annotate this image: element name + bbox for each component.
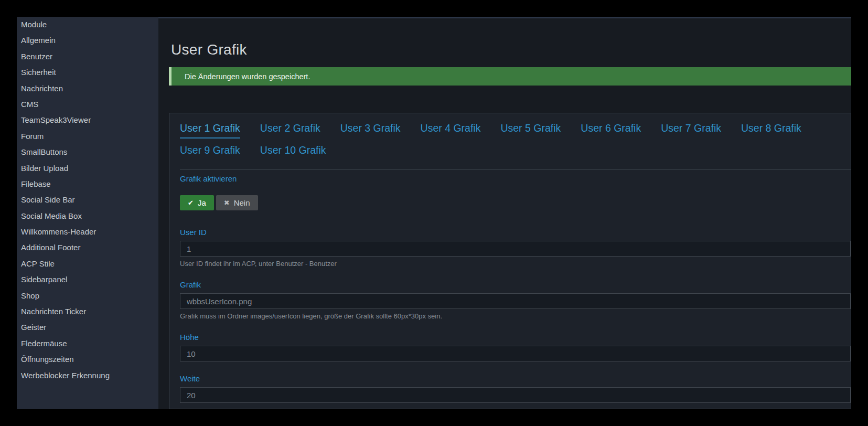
sidebar-item[interactable]: Sicherheit <box>17 65 158 80</box>
sidebar-item[interactable]: Social Side Bar <box>17 192 158 208</box>
sidebar: Module Allgemein Benutzer Sicherheit Nac… <box>17 17 158 409</box>
sidebar-item[interactable]: Shop <box>17 288 158 304</box>
sidebar-item[interactable]: Werbeblocker Erkennung <box>17 368 158 384</box>
tab-item[interactable]: User 8 Grafik <box>741 121 801 139</box>
tab-item[interactable]: User 3 Grafik <box>340 121 401 139</box>
tab-item[interactable]: User 5 Grafik <box>500 121 561 139</box>
sidebar-item[interactable]: TeamSpeak3Viewer <box>17 112 158 128</box>
toggle-button-row: ✔ Ja ✖ Nein <box>180 195 851 210</box>
sidebar-item[interactable]: ACP Stile <box>17 256 158 272</box>
weite-label: Weite <box>180 374 851 384</box>
sidebar-item[interactable]: Nachrichten Ticker <box>17 304 158 320</box>
ja-button[interactable]: ✔ Ja <box>180 195 214 210</box>
page-title: User Grafik <box>171 41 851 59</box>
grafik-aktivieren-label: Grafik aktivieren <box>180 174 851 184</box>
tab-item[interactable]: User 6 Grafik <box>581 121 641 139</box>
weite-group: Weite <box>180 374 851 403</box>
grafik-label: Grafik <box>180 280 851 290</box>
tab-menu: User 1 Grafik User 2 Grafik User 3 Grafi… <box>180 121 851 170</box>
hoehe-label: Höhe <box>180 333 851 342</box>
sidebar-item[interactable]: Nachrichten <box>17 81 158 97</box>
grafik-help: Grafik muss im Ordner images/userIcon li… <box>180 312 851 320</box>
x-icon: ✖ <box>224 199 230 206</box>
sidebar-item[interactable]: Module <box>17 17 158 33</box>
grafik-group: Grafik Grafik muss im Ordner images/user… <box>180 280 851 320</box>
sidebar-item[interactable]: SmallButtons <box>17 144 158 160</box>
hoehe-input[interactable] <box>180 346 851 361</box>
sidebar-item[interactable]: Forum <box>17 129 158 144</box>
sidebar-item[interactable]: Sidebarpanel <box>17 272 158 287</box>
sidebar-item[interactable]: CMS <box>17 97 158 112</box>
user-id-help: User ID findet ihr im ACP, unter Benutze… <box>180 260 851 268</box>
tab-item[interactable]: User 2 Grafik <box>260 121 320 139</box>
ja-button-label: Ja <box>198 198 206 207</box>
success-message: Die Änderungen wurden gespeichert. <box>169 67 851 86</box>
user-id-input[interactable] <box>180 241 851 257</box>
sidebar-item[interactable]: Allgemein <box>17 33 158 48</box>
nein-button[interactable]: ✖ Nein <box>216 195 258 210</box>
sidebar-item[interactable]: Bilder Upload <box>17 161 158 176</box>
sidebar-item[interactable]: Benutzer <box>17 49 158 65</box>
grafik-aktivieren-group: Grafik aktivieren ✔ Ja ✖ Nein <box>180 174 851 210</box>
grafik-input[interactable] <box>180 293 851 309</box>
sidebar-item[interactable]: Öffnungszeiten <box>17 352 158 367</box>
user-id-label: User ID <box>180 228 851 237</box>
hoehe-group: Höhe <box>180 333 851 361</box>
sidebar-item[interactable]: Geister <box>17 320 158 335</box>
sidebar-item[interactable]: Additional Footer <box>17 240 158 255</box>
weite-input[interactable] <box>180 387 851 403</box>
sidebar-item[interactable]: Social Media Box <box>17 208 158 224</box>
sidebar-item[interactable]: Filebase <box>17 176 158 192</box>
nein-button-label: Nein <box>234 198 250 207</box>
tab-item[interactable]: User 10 Grafik <box>260 143 326 161</box>
tab-item[interactable]: User 1 Grafik <box>180 121 240 139</box>
settings-panel: User 1 Grafik User 2 Grafik User 3 Grafi… <box>169 113 851 409</box>
sidebar-item[interactable]: Willkommens-Header <box>17 224 158 240</box>
check-icon: ✔ <box>188 199 194 206</box>
tab-item[interactable]: User 9 Grafik <box>180 143 240 161</box>
sidebar-item[interactable]: Fledermäuse <box>17 336 158 352</box>
success-message-text: Die Änderungen wurden gespeichert. <box>185 72 310 81</box>
main-content: User Grafik Die Änderungen wurden gespei… <box>158 17 851 409</box>
screen: Module Allgemein Benutzer Sicherheit Nac… <box>0 0 868 426</box>
tab-item[interactable]: User 4 Grafik <box>421 121 481 139</box>
user-id-group: User ID User ID findet ihr im ACP, unter… <box>180 228 851 268</box>
tab-item[interactable]: User 7 Grafik <box>661 121 721 139</box>
